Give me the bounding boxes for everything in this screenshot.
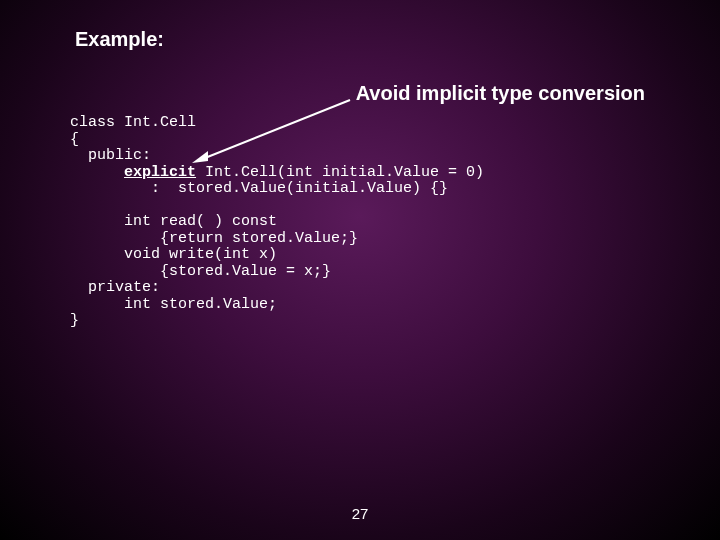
code-line: private:	[70, 279, 160, 296]
keyword-explicit: explicit	[124, 164, 196, 181]
code-line: : stored.Value(initial.Value) {}	[70, 180, 448, 197]
code-line: int stored.Value;	[70, 296, 277, 313]
code-line: public:	[70, 147, 151, 164]
code-line: void write(int x)	[70, 246, 277, 263]
code-line: int read( ) const	[70, 213, 277, 230]
slide-heading: Example:	[75, 28, 164, 51]
code-line: {	[70, 131, 79, 148]
code-line: explicit Int.Cell(int initial.Value = 0)	[70, 164, 484, 181]
code-line: class Int.Cell	[70, 114, 196, 131]
code-line: {stored.Value = x;}	[70, 263, 331, 280]
code-line: }	[70, 312, 79, 329]
page-number: 27	[352, 505, 369, 522]
code-line: {return stored.Value;}	[70, 230, 358, 247]
callout-text: Avoid implicit type conversion	[356, 82, 645, 105]
code-block: class Int.Cell { public: explicit Int.Ce…	[70, 115, 484, 330]
